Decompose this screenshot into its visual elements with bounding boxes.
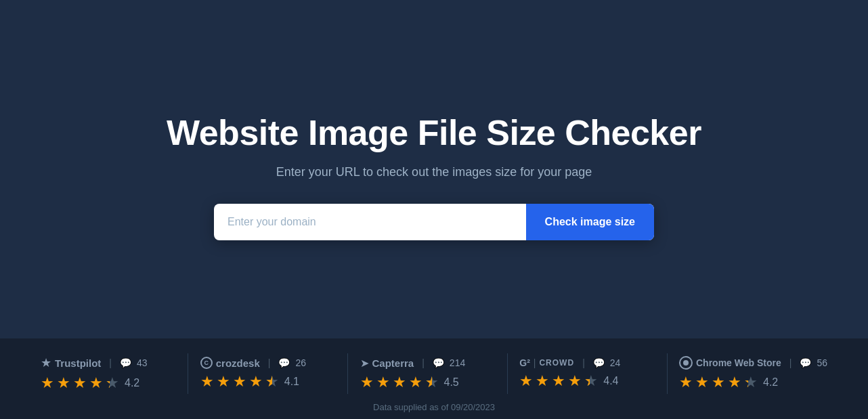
capterra-name: Capterra [372, 357, 414, 369]
star-2: ★ [536, 372, 549, 390]
v-divider-2 [347, 353, 348, 394]
crozdesk-count: 26 [295, 357, 306, 368]
chrome-header: Chrome Web Store | 💬 56 [679, 356, 827, 370]
chrome-name: Chrome Web Store [696, 357, 781, 368]
crozdesk-header: C crozdesk | 💬 26 [200, 357, 306, 369]
capterra-count: 214 [450, 357, 465, 368]
trustpilot-name: Trustpilot [55, 357, 101, 369]
star-3: ★ [552, 372, 565, 390]
star-4: ★ [728, 374, 741, 391]
star-1: ★ [41, 374, 54, 392]
g2-rating: 4.4 [603, 375, 618, 387]
star-2: ★ [376, 374, 390, 391]
crozdesk-icon: C [200, 357, 213, 369]
g2-logo: G² | CROWD [519, 357, 574, 368]
divider-1: | [109, 357, 112, 368]
star-4: ★ [409, 374, 422, 391]
capterra-logo: ➤ Capterra [360, 357, 414, 370]
star-4: ★ [89, 374, 103, 392]
comment-icon-3: 💬 [433, 357, 444, 368]
star-5: ★ ★ [744, 374, 758, 391]
data-supplied-note: Data supplied as of 09/20/2023 [373, 402, 495, 412]
capterra-header: ➤ Capterra | 💬 214 [360, 357, 466, 370]
g2-stars: ★ ★ ★ ★ ★ ★ 4.4 [519, 372, 618, 390]
star-2: ★ [695, 374, 709, 391]
page-title: Website Image File Size Checker [167, 112, 701, 153]
rating-capterra: ➤ Capterra | 💬 214 ★ ★ ★ ★ ★ ★ 4.5 [360, 357, 496, 391]
comment-icon-4: 💬 [593, 357, 605, 368]
star-1: ★ [679, 374, 693, 391]
rating-g2crowd: G² | CROWD | 💬 24 ★ ★ ★ ★ ★ ★ 4.4 [519, 357, 655, 390]
g2-crowd-text: CROWD [539, 358, 574, 368]
chrome-stars: ★ ★ ★ ★ ★ ★ 4.2 [679, 374, 778, 391]
star-1: ★ [519, 372, 533, 390]
divider-2: | [268, 357, 271, 368]
comment-icon-2: 💬 [278, 357, 290, 368]
g2-icon: G² [519, 357, 530, 368]
comment-icon-5: 💬 [800, 357, 811, 368]
check-button[interactable]: Check image size [526, 204, 654, 240]
comment-icon-1: 💬 [120, 357, 131, 368]
search-bar: Check image size [214, 204, 654, 240]
chrome-rating: 4.2 [763, 376, 778, 389]
domain-input[interactable] [214, 204, 526, 240]
capterra-rating: 4.5 [444, 376, 459, 389]
star-2: ★ [217, 373, 230, 391]
star-5: ★ ★ [584, 372, 598, 390]
star-4: ★ [568, 372, 582, 390]
g2-separator: | [534, 357, 536, 368]
g2crowd-header: G² | CROWD | 💬 24 [519, 357, 620, 368]
crozdesk-rating: 4.1 [284, 376, 299, 388]
v-divider-1 [188, 353, 188, 394]
star-3: ★ [73, 374, 87, 392]
star-5: ★ ★ [265, 373, 279, 391]
trustpilot-rating: 4.2 [125, 377, 139, 389]
star-3: ★ [393, 374, 406, 391]
crozdesk-logo: C crozdesk [200, 357, 260, 369]
capterra-icon: ➤ [360, 357, 369, 370]
trustpilot-icon: ★ [41, 355, 51, 370]
hero-section: Website Image File Size Checker Enter yo… [0, 0, 868, 338]
capterra-stars: ★ ★ ★ ★ ★ ★ 4.5 [360, 374, 459, 391]
trustpilot-count: 43 [137, 357, 148, 368]
star-3: ★ [712, 374, 725, 391]
ratings-bar: ★ Trustpilot | 💬 43 ★ ★ ★ ★ ★ ★ 4.2 [0, 338, 868, 419]
star-5: ★ ★ [106, 374, 119, 392]
star-1: ★ [200, 373, 214, 391]
star-2: ★ [57, 374, 70, 392]
trustpilot-header: ★ Trustpilot | 💬 43 [41, 355, 148, 370]
crozdesk-stars: ★ ★ ★ ★ ★ ★ 4.1 [200, 373, 299, 391]
rating-trustpilot: ★ Trustpilot | 💬 43 ★ ★ ★ ★ ★ ★ 4.2 [41, 355, 176, 392]
v-divider-3 [507, 353, 508, 394]
g2-count: 24 [610, 357, 621, 368]
crozdesk-name: crozdesk [216, 357, 260, 369]
rating-chrome: Chrome Web Store | 💬 56 ★ ★ ★ ★ ★ ★ 4.2 [679, 356, 827, 391]
rating-crozdesk: C crozdesk | 💬 26 ★ ★ ★ ★ ★ ★ 4.1 [200, 357, 336, 391]
trustpilot-logo: ★ Trustpilot [41, 355, 101, 370]
star-4: ★ [249, 373, 263, 391]
trustpilot-stars: ★ ★ ★ ★ ★ ★ 4.2 [41, 374, 139, 392]
v-divider-4 [667, 353, 668, 394]
star-5: ★ ★ [425, 374, 439, 391]
page-subtitle: Enter your URL to check out the images s… [276, 165, 592, 179]
chrome-logo: Chrome Web Store [679, 356, 781, 370]
star-3: ★ [233, 373, 246, 391]
divider-4: | [582, 357, 585, 368]
divider-5: | [789, 357, 792, 368]
divider-3: | [422, 357, 425, 368]
ratings-row: ★ Trustpilot | 💬 43 ★ ★ ★ ★ ★ ★ 4.2 [41, 353, 827, 394]
star-1: ★ [360, 374, 374, 391]
chrome-count: 56 [817, 357, 827, 368]
chrome-icon [679, 356, 693, 370]
